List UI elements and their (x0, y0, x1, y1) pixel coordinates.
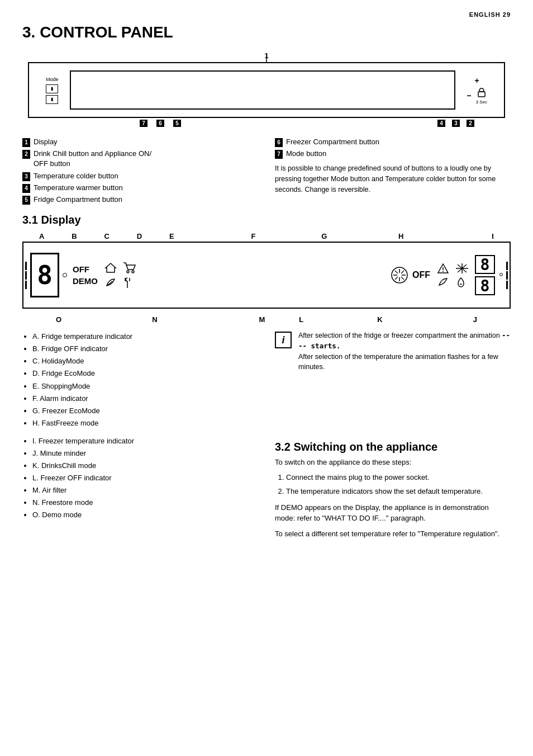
section-32-steps: Connect the mains plug to the power sock… (275, 472, 511, 498)
list-item-h: H. FastFreeze mode (32, 417, 258, 429)
list-item-a: A. Fridge temperature indicator (32, 330, 258, 343)
svg-point-2 (127, 271, 129, 273)
letter-l: L (299, 315, 303, 324)
list-item-m: M. Air filter (32, 484, 258, 497)
list-item-d: D. Fridge EcoMode (32, 367, 258, 380)
letter-o: O (56, 315, 61, 324)
section-title: 3. CONTROL PANEL (22, 23, 511, 41)
display-diagram: 8 OFF DEMO (22, 242, 511, 309)
list-item-k: K. DrinksChill mode (32, 460, 258, 472)
letter-f: F (251, 232, 255, 240)
svg-line-11 (401, 271, 404, 273)
list-item-l: L. Freezer OFF indicator (32, 472, 258, 484)
bullet-list-container: A. Fridge temperature indicator B. Fridg… (22, 330, 258, 429)
fast-freeze-icon (455, 262, 469, 275)
drinks-chill-icon (437, 276, 449, 287)
legend-item-5: 5 Fridge Compartment button (22, 195, 258, 205)
info-icon: i (275, 332, 292, 348)
legend-note: It is possible to change predefined soun… (275, 163, 511, 195)
diagram-num-4: 4 (437, 120, 445, 127)
step-2: The temperature indicators show the set … (286, 486, 511, 498)
subsection-32-title: 3.2 Switching on the appliance (275, 441, 511, 453)
shopping-mode-icon (122, 261, 137, 273)
letter-b: B (72, 232, 77, 240)
section-32-right: 3.2 Switching on the appliance To switch… (275, 435, 511, 544)
section-32-intro: To switch on the appliance do these step… (275, 457, 511, 468)
control-panel-diagram: 1 Mode ▮ ▮ + (22, 51, 511, 127)
letter-i: I (492, 232, 494, 240)
diagram-num-3: 3 (452, 120, 460, 127)
diagram-num-5: 5 (173, 120, 181, 127)
svg-point-14 (442, 271, 444, 272)
svg-point-3 (132, 271, 134, 273)
step-1: Connect the mains plug to the power sock… (286, 472, 511, 484)
letter-c: C (104, 232, 110, 240)
legend-item-6: 6 Freezer Compartment button (275, 137, 511, 147)
diagram-num-7: 7 (140, 120, 147, 127)
svg-rect-1 (478, 92, 485, 97)
list-item-n: N. Freestore mode (32, 497, 258, 509)
legend-item-4: 4 Temperature warmer button (22, 183, 258, 193)
diagram-num-2: 2 (467, 120, 474, 127)
letter-g: G (321, 232, 327, 240)
list-item-f: F. Alarm indicator (32, 393, 258, 405)
freestore-icon (122, 277, 132, 289)
page-header: ENGLISH 29 (22, 11, 511, 18)
list-item-j: J. Minute minder (32, 447, 258, 460)
letter-e: E (169, 232, 174, 240)
panel-box: Mode ▮ ▮ + − 3 Se (28, 62, 505, 118)
letter-a: A (39, 232, 44, 240)
letter-n: N (152, 315, 157, 324)
legend-item-3: 3 Temperature colder button (22, 171, 258, 181)
list-item-i: I. Freezer temperature indicator (32, 435, 258, 447)
info-text: After selection of the fridge or freezer… (298, 330, 511, 372)
subsection-31-title: 3.1 Display (22, 214, 511, 226)
letter-k: K (377, 315, 382, 324)
list-item-e: E. ShoppingMode (32, 380, 258, 393)
holiday-mode-icon (104, 262, 117, 273)
legend-item-7: 7 Mode button (275, 149, 511, 159)
svg-line-12 (395, 277, 398, 280)
legend-item-2: 2 Drink Chill button and Appliance ON/OF… (22, 149, 258, 169)
air-filter-icon (390, 266, 409, 285)
list-item-c: C. HolidayMode (32, 355, 258, 367)
eco-mode-icon (104, 277, 117, 288)
display-items-list-2: I. Freezer temperature indicator J. Minu… (22, 435, 258, 522)
list-item-g: G. Freezer EcoMode (32, 405, 258, 417)
legend-grid: 1 Display 2 Drink Chill button and Appli… (22, 137, 511, 205)
list-item-o: O. Demo mode (32, 509, 258, 521)
svg-line-10 (401, 277, 404, 280)
right-column: i After selection of the fridge or freez… (275, 330, 511, 429)
alarm-icon (437, 263, 449, 274)
section-32-note1: If DEMO appears on the Display, the appl… (275, 502, 511, 524)
diagram-num-6: 6 (156, 120, 164, 127)
minute-minder-icon (455, 277, 467, 288)
svg-line-9 (395, 271, 398, 273)
display-diagram-wrapper: A B C D E F G H I (22, 232, 511, 324)
list-item-b: B. Fridge OFF indicator (32, 343, 258, 355)
letter-m: M (259, 315, 265, 324)
info-icon-section: i After selection of the fridge or freez… (275, 330, 511, 372)
bullet-list-continued: I. Freezer temperature indicator J. Minu… (22, 435, 258, 544)
letter-d: D (137, 232, 142, 240)
display-items-list: A. Fridge temperature indicator B. Fridg… (22, 330, 258, 429)
letter-j: J (473, 315, 477, 324)
legend-item-1: 1 Display (22, 137, 258, 147)
section-32-note2: To select a different set temperature re… (275, 528, 511, 540)
letter-h: H (398, 232, 403, 240)
